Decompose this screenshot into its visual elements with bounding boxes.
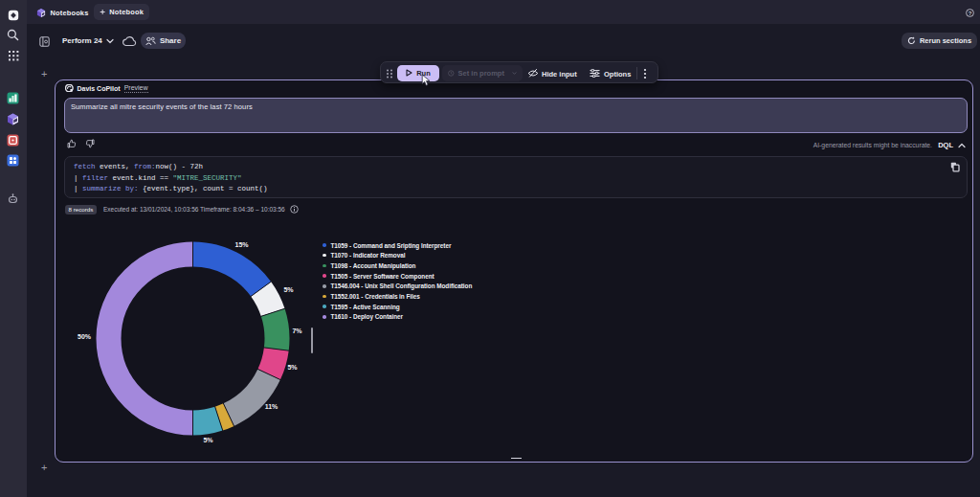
- svg-text:?: ?: [969, 11, 972, 16]
